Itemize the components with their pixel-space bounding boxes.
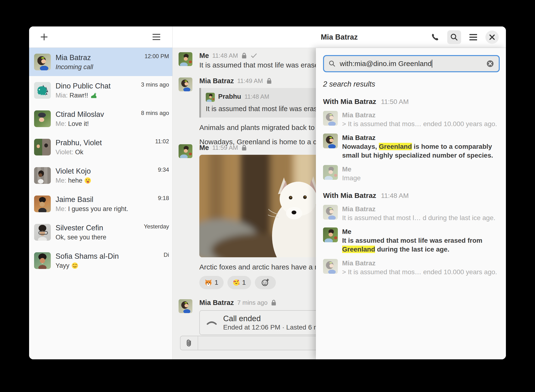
preview-sender-prefix: Violet: xyxy=(56,149,73,156)
result-sender: Me xyxy=(342,227,482,236)
call-button[interactable] xyxy=(428,30,442,44)
group-with-label: With Mia Batraz xyxy=(323,191,376,200)
chat-header: Mia Batraz xyxy=(173,26,506,48)
lock-icon xyxy=(241,52,247,59)
search-result-row[interactable]: Mia Batraz> It is assumed that mos… ende… xyxy=(323,111,500,128)
sidebar-menu-button[interactable] xyxy=(150,31,163,43)
avatar xyxy=(34,167,51,184)
chat-menu-button[interactable] xyxy=(466,30,480,44)
magnifier-icon xyxy=(328,60,336,67)
quote-sender: Prabhu xyxy=(218,93,241,100)
result-sender: Mia Batraz xyxy=(342,259,497,268)
conversation-preview: Mia: Rawr!! xyxy=(56,91,111,99)
conversation-preview: Violet: Ok xyxy=(56,148,102,156)
result-snippet: Image xyxy=(342,174,361,182)
avatar xyxy=(179,144,192,158)
avatar xyxy=(323,205,338,220)
reaction-fox[interactable]: 1 xyxy=(199,276,224,289)
conversation-row[interactable]: Prabhu, VioletViolet: Ok11:02 xyxy=(29,133,172,161)
search-result-row[interactable]: Mia BatrazNowadays, Greenland is home to… xyxy=(323,134,500,160)
close-icon xyxy=(489,34,495,40)
conversation-row[interactable]: Sofia Shams al-DinYayy Di xyxy=(29,246,172,275)
arctic-fox-photo[interactable] xyxy=(199,155,319,257)
avatar xyxy=(34,196,51,212)
message-time: 11:49 AM xyxy=(237,77,263,85)
conversation-time: Di xyxy=(164,246,169,258)
conversation-name: Violet Kojo xyxy=(56,166,91,176)
lock-icon xyxy=(266,77,272,84)
plus-icon xyxy=(40,32,49,41)
preview-sender-prefix: Me: xyxy=(56,177,66,184)
add-reaction-button[interactable] xyxy=(255,276,276,289)
group-time: 11:48 AM xyxy=(381,192,409,200)
search-result-row[interactable]: Mia Batraz> It is assumed that mos… ende… xyxy=(323,259,500,276)
search-result-row[interactable]: MeIt is assumed that most life was erase… xyxy=(323,227,500,254)
menu-icon xyxy=(469,34,478,41)
message-sender: Mia Batraz xyxy=(199,299,234,307)
avatar xyxy=(179,52,192,66)
conversation-time: Yesterday xyxy=(144,218,169,230)
reaction-hearts[interactable]: 1 xyxy=(227,276,251,289)
chat-content-area: Me 11:48 AM It is assumed that most life… xyxy=(173,48,506,359)
search-panel: with:mia@dino.im Greenland 2 search resu… xyxy=(316,48,506,359)
conversation-time: 9:34 xyxy=(158,161,169,173)
image-caption: Arctic foxes and arctic hares have a m xyxy=(199,263,321,271)
conversation-row[interactable]: Dino Public ChatMia: Rawr!! 3 mins ago xyxy=(29,76,172,104)
message-input-bar xyxy=(180,336,334,350)
group-with-label: With Mia Batraz xyxy=(323,98,376,106)
lock-icon xyxy=(271,299,277,306)
avatar xyxy=(323,165,338,180)
search-group-header: With Mia Batraz11:48 AM xyxy=(323,191,500,200)
conversation-row[interactable]: Violet KojoMe: hehe 9:34 xyxy=(29,161,172,190)
reaction-count: 1 xyxy=(242,279,246,286)
search-icon xyxy=(450,33,458,41)
conversation-preview: Ok, see you there xyxy=(56,233,106,241)
avatar xyxy=(323,259,338,274)
add-conversation-button[interactable] xyxy=(38,31,51,43)
message-sender: Me xyxy=(199,52,209,60)
conversation-name: Silvester Cefin xyxy=(56,223,106,233)
message-time: 11:59 AM xyxy=(212,144,238,151)
conversation-row[interactable]: Mia BatrazIncoming call12:00 PM xyxy=(29,48,172,76)
conversation-preview: Me: Love it! xyxy=(56,120,104,128)
paperclip-icon xyxy=(185,339,193,347)
preview-sender-prefix: Me: xyxy=(56,120,66,127)
attach-file-button[interactable] xyxy=(180,336,198,350)
phone-icon xyxy=(431,33,439,41)
result-snippet: > It is assumed that mos… ended 10.000 y… xyxy=(342,119,497,128)
message-input[interactable] xyxy=(198,336,333,350)
search-button[interactable] xyxy=(447,30,461,44)
group-time: 11:50 AM xyxy=(381,98,409,106)
message: Me 11:59 AM xyxy=(179,143,319,257)
quote-time: 11:48 AM xyxy=(244,93,269,100)
conversation-time: 12:00 PM xyxy=(144,48,169,60)
check-icon xyxy=(250,53,257,58)
highlighted-match: Greenland xyxy=(379,143,412,150)
clear-icon xyxy=(486,59,494,68)
search-result-row[interactable]: Mia BatrazIt is assumed that most l… d d… xyxy=(323,205,500,222)
message-time: 7 mins ago xyxy=(237,299,268,306)
avatar xyxy=(34,54,51,70)
conversation-row[interactable]: Ctirad MiloslavMe: Love it!8 mins ago xyxy=(29,104,172,133)
avatar xyxy=(34,252,51,269)
message-sender: Mia Batraz xyxy=(199,77,234,85)
search-input[interactable]: with:mia@dino.im Greenland xyxy=(323,55,500,72)
search-query: with:mia@dino.im Greenland xyxy=(340,60,432,67)
result-snippet: > It is assumed that mos… ended 10.000 y… xyxy=(342,268,497,276)
text-caret xyxy=(432,60,432,68)
close-button[interactable] xyxy=(485,31,499,44)
clear-search-button[interactable] xyxy=(486,59,494,68)
emoji xyxy=(84,177,91,184)
conversation-time: 3 mins ago xyxy=(141,76,169,88)
result-snippet: small but highly specialized number of s… xyxy=(342,151,493,160)
sidebar-header xyxy=(29,26,172,48)
conversation-row[interactable]: Silvester CefinOk, see you thereYesterda… xyxy=(29,218,172,246)
conversation-list: Mia BatrazIncoming call12:00 PMDino Publ… xyxy=(29,48,172,359)
message-time: 11:48 AM xyxy=(212,52,238,59)
result-snippet: Greenland during the last ice age. xyxy=(342,245,482,254)
conversation-row[interactable]: Jaime BasilMe: I guess you are right.9:1… xyxy=(29,190,172,218)
conversation-name: Dino Public Chat xyxy=(56,81,111,91)
search-group-header: With Mia Batraz11:50 AM xyxy=(323,98,500,106)
search-result-row[interactable]: MeImage xyxy=(323,165,500,182)
conversation-name: Ctirad Miloslav xyxy=(56,110,104,119)
